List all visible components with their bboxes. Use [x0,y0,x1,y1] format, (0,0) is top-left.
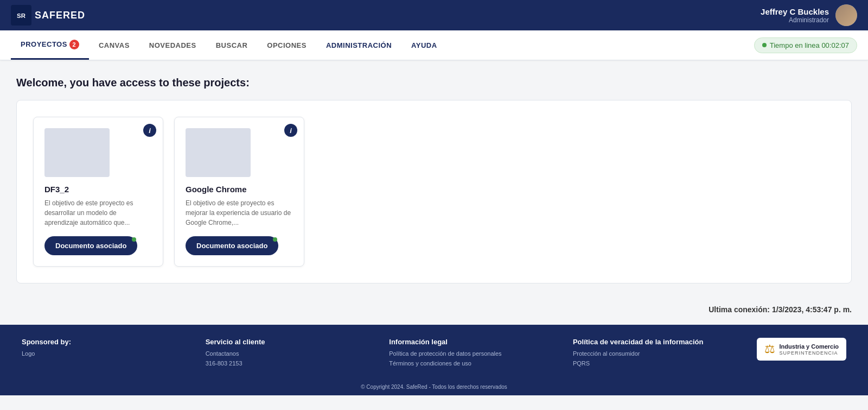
documento-asociado-button-1[interactable]: Documento asociado [44,236,137,255]
user-area: Jeffrey C Buckles Administrador [761,4,857,26]
nav-label-buscar: BUSCAR [216,41,248,49]
card-description-2: El objetivo de este proyecto es mejorar … [186,198,293,228]
footer-legal-lines: Política de protección de datos personal… [389,349,562,368]
card-title-2: Google Chrome [186,185,293,194]
copyright-text: © Copyright 2024. SafeRed - Todos los de… [361,384,507,390]
nav-label-proyectos: PROYECTOS [21,40,67,48]
doc-button-dot-2 [273,237,277,242]
online-timer: Tiempo en linea 00:02:07 [754,37,857,53]
footer-brand-box: ⚖ Industria y Comercio SUPERINTENDENCIA [757,338,846,361]
nav-label-novedades: NOVEDADES [149,41,196,49]
nav-item-administracion[interactable]: ADMINISTRACIÓN [316,30,401,60]
doc-button-dot-1 [132,237,136,242]
user-info: Jeffrey C Buckles Administrador [761,7,829,24]
footer-servicio-title: Servicio al cliente [206,338,379,346]
footer-politica: Política de veracidad de la información … [573,338,746,368]
card-title-1: DF3_2 [44,185,152,194]
nav-item-novedades[interactable]: NOVEDADES [139,30,206,60]
footer-servicio: Servicio al cliente Contactanos 316-803 … [206,338,379,368]
documento-asociado-button-2[interactable]: Documento asociado [186,236,278,255]
logo-text: SAFERED [35,10,85,21]
footer-legal-title: Información legal [389,338,562,346]
safered-logo-icon: SR [11,5,31,26]
footer-sponsored: Sponsored by: Logo [22,338,195,359]
last-connection-value: 1/3/2023, 4:53:47 p. m. [772,305,852,314]
avatar-image [835,4,857,26]
nav-label-canvas: CANVAS [99,41,130,49]
last-connection-label: Ultima conexión: [709,305,770,314]
footer-legal: Información legal Política de protección… [389,338,562,368]
main-content: Welcome, you have access to these projec… [0,60,868,294]
card-info-icon-1[interactable]: i [143,124,156,137]
nav-item-ayuda[interactable]: AYUDA [401,30,447,60]
footer-brand-sub: SUPERINTENDENCIA [780,350,839,356]
nav-label-ayuda: AYUDA [411,41,437,49]
user-name: Jeffrey C Buckles [761,7,829,16]
footer-brand-info: Industria y Comercio SUPERINTENDENCIA [780,343,839,356]
projects-container: i DF3_2 El objetivo de este proyecto es … [16,100,852,283]
card-description-1: El objetivo de este proyecto es desarrol… [44,198,152,228]
nav-label-opciones: OPCIONES [267,41,307,49]
top-header: SR SAFERED Jeffrey C Buckles Administrad… [0,0,868,30]
nav-item-canvas[interactable]: CANVAS [89,30,139,60]
card-thumbnail-1 [44,128,110,177]
nav-item-buscar[interactable]: BUSCAR [206,30,258,60]
footer-brand-name: Industria y Comercio [780,343,839,350]
footer: Sponsored by: Logo Servicio al cliente C… [0,325,868,381]
logo-area: SR SAFERED [11,5,85,26]
timer-text: Tiempo en linea 00:02:07 [770,41,849,49]
project-card-df3-2: i DF3_2 El objetivo de este proyecto es … [33,117,163,267]
footer-servicio-lines: Contactanos 316-803 2153 [206,349,379,368]
card-info-icon-2[interactable]: i [284,124,297,137]
nav-item-proyectos[interactable]: PROYECTOS 2 [11,30,89,60]
footer-sponsored-title: Sponsored by: [22,338,195,346]
last-connection: Ultima conexión: 1/3/2023, 4:53:47 p. m. [0,294,868,325]
footer-politica-lines: Protección al consumidor PQRS [573,349,746,368]
svg-text:SR: SR [17,12,25,19]
copyright-bar: © Copyright 2024. SafeRed - Todos los de… [0,381,868,395]
nav-badge-proyectos: 2 [69,40,79,49]
card-thumbnail-2 [186,128,251,177]
nav-item-opciones[interactable]: OPCIONES [257,30,316,60]
nav-items: PROYECTOS 2 CANVAS NOVEDADES BUSCAR OPCI… [11,30,447,60]
nav-bar: PROYECTOS 2 CANVAS NOVEDADES BUSCAR OPCI… [0,30,868,60]
footer-sponsored-logo: Logo [22,349,195,359]
nav-label-administracion: ADMINISTRACIÓN [326,41,392,49]
avatar[interactable] [835,4,857,26]
online-dot-icon [762,43,767,47]
footer-politica-title: Política de veracidad de la información [573,338,746,346]
project-card-google-chrome: i Google Chrome El objetivo de este proy… [174,117,304,267]
user-role: Administrador [761,16,829,24]
footer-brand-icon: ⚖ [764,342,775,356]
welcome-heading: Welcome, you have access to these projec… [16,77,852,89]
